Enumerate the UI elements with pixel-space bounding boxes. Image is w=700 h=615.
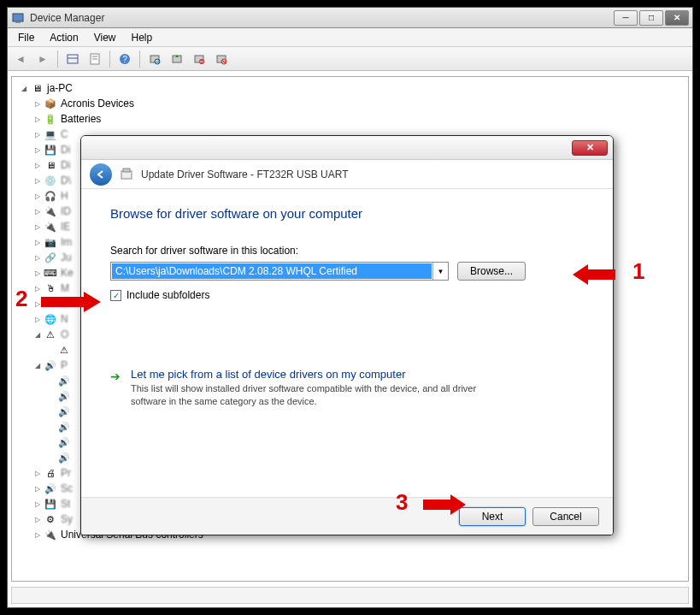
tree-toggle[interactable]: ◢: [19, 84, 28, 93]
svg-rect-1: [15, 21, 21, 23]
tree-toggle[interactable]: ▷: [32, 284, 42, 293]
path-field[interactable]: C:\Users\ja\Downloads\CDM 2.08.28 WHQL C…: [112, 263, 432, 279]
tree-item[interactable]: ▷📦Acronis Devices: [15, 96, 685, 111]
menu-action[interactable]: Action: [43, 30, 85, 45]
tree-root-label: ja-PC: [47, 82, 73, 94]
device-category-icon: 🖥: [44, 297, 57, 310]
tree-toggle[interactable]: ▷: [32, 515, 42, 524]
device-category-icon: ⌨: [44, 266, 57, 280]
maximize-button[interactable]: □: [639, 10, 663, 26]
scan-icon[interactable]: [145, 50, 164, 68]
tree-toggle[interactable]: ▷: [32, 222, 42, 232]
device-category-icon: 🔗: [44, 251, 57, 264]
tree-toggle[interactable]: ▷: [32, 253, 42, 263]
dialog-header: Update Driver Software - FT232R USB UART: [81, 160, 613, 189]
tree-toggle[interactable]: [46, 407, 56, 417]
tree-item-label: O: [61, 328, 68, 340]
help-icon[interactable]: ?: [115, 50, 134, 68]
tree-toggle[interactable]: ▷: [32, 176, 42, 186]
properties-icon[interactable]: [85, 50, 104, 68]
device-category-icon: 🌐: [44, 312, 57, 326]
tree-toggle[interactable]: ▷: [32, 315, 42, 324]
tree-toggle[interactable]: ▷: [32, 130, 42, 139]
tree-item-label: Acronis Devices: [61, 98, 134, 109]
pick-from-list-option[interactable]: ➔ Let me pick from a list of device driv…: [110, 361, 584, 434]
menu-view[interactable]: View: [87, 30, 123, 45]
tree-toggle[interactable]: ▷: [32, 207, 42, 216]
statusbar: [11, 587, 689, 604]
tree-toggle[interactable]: ▷: [32, 99, 42, 109]
dialog-back-button[interactable]: [90, 163, 112, 186]
tree-toggle[interactable]: [46, 346, 56, 355]
device-category-icon: 🖨: [44, 466, 57, 480]
tree-item-label: Im: [61, 236, 72, 248]
next-button[interactable]: Next: [459, 507, 526, 526]
driver-icon: [119, 167, 134, 182]
tree-item-label: H: [61, 190, 68, 202]
close-button[interactable]: ✕: [665, 10, 689, 26]
device-category-icon: 📷: [44, 235, 57, 249]
dialog-close-button[interactable]: ✕: [572, 140, 608, 156]
tree-toggle[interactable]: ◢: [32, 330, 42, 340]
tree-toggle[interactable]: ▷: [32, 145, 42, 155]
device-category-icon: 🔊: [57, 389, 71, 403]
include-subfolders-checkbox[interactable]: ✓: [110, 290, 121, 301]
disable-icon[interactable]: [212, 50, 231, 68]
back-icon[interactable]: ◄: [11, 50, 30, 68]
tree-toggle[interactable]: [46, 376, 56, 386]
dropdown-arrow-icon[interactable]: ▼: [432, 263, 448, 280]
computer-icon: 🖥: [30, 81, 44, 95]
device-category-icon: 💻: [44, 127, 57, 141]
menu-file[interactable]: File: [11, 30, 41, 45]
tree-toggle[interactable]: ▷: [32, 484, 42, 494]
tree-toggle[interactable]: ▷: [32, 238, 42, 247]
tree-toggle[interactable]: [46, 453, 56, 463]
separator: [139, 50, 140, 68]
device-category-icon: 🖥: [44, 158, 57, 172]
device-category-icon: 💿: [44, 174, 57, 187]
dialog-footer: Next Cancel: [81, 497, 613, 535]
device-category-icon: 🔌: [44, 528, 57, 541]
show-hidden-icon[interactable]: [63, 50, 82, 68]
update-icon[interactable]: [168, 50, 186, 68]
device-category-icon: 💾: [44, 497, 57, 511]
tree-item-label: Ke: [61, 267, 74, 279]
tree-toggle[interactable]: ▷: [32, 299, 42, 309]
device-category-icon: 🔊: [57, 420, 71, 434]
tree-toggle[interactable]: ◢: [32, 361, 42, 370]
tree-item-label: Sy: [61, 513, 73, 525]
cancel-button[interactable]: Cancel: [532, 507, 599, 526]
browse-button[interactable]: Browse...: [457, 262, 526, 281]
dialog-title: Update Driver Software - FT232R USB UART: [141, 169, 349, 180]
tree-toggle[interactable]: ▷: [32, 115, 42, 124]
tree-item[interactable]: ▷🔋Batteries: [15, 111, 685, 127]
tree-toggle[interactable]: [46, 423, 56, 432]
tree-item-label: C: [61, 128, 68, 140]
path-combobox[interactable]: C:\Users\ja\Downloads\CDM 2.08.28 WHQL C…: [110, 262, 449, 281]
tree-toggle[interactable]: [46, 438, 56, 447]
device-category-icon: 💾: [44, 143, 57, 157]
tree-toggle[interactable]: ▷: [32, 269, 42, 278]
device-category-icon: 🔊: [57, 405, 71, 418]
tree-toggle[interactable]: [46, 392, 56, 401]
svg-rect-0: [13, 14, 23, 21]
tree-toggle[interactable]: ▷: [32, 469, 42, 478]
tree-toggle[interactable]: ▷: [32, 161, 42, 170]
tree-item-label: Di: [61, 159, 70, 171]
minimize-button[interactable]: ─: [614, 10, 638, 26]
device-category-icon: 📦: [44, 97, 57, 110]
dialog-titlebar: ✕: [81, 136, 613, 160]
svg-text:?: ?: [122, 55, 127, 64]
device-category-icon: 🔋: [44, 112, 57, 126]
forward-icon[interactable]: ►: [33, 50, 52, 68]
menu-help[interactable]: Help: [125, 30, 160, 45]
device-category-icon: 🔌: [44, 204, 57, 218]
tree-item-label: ID: [61, 205, 71, 217]
option-title: Let me pick from a list of device driver…: [131, 368, 507, 381]
tree-toggle[interactable]: ▷: [32, 192, 42, 201]
window-title: Device Manager: [30, 12, 614, 24]
tree-toggle[interactable]: ▷: [32, 500, 42, 509]
titlebar: Device Manager ─ □ ✕: [8, 8, 692, 28]
uninstall-icon[interactable]: [190, 50, 209, 68]
tree-toggle[interactable]: ▷: [32, 530, 42, 540]
